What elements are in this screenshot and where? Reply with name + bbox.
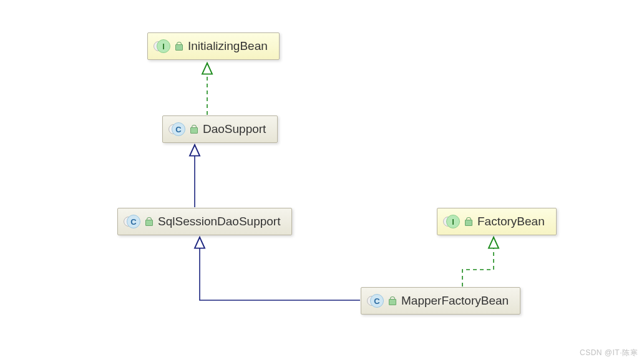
interface-icon: I — [155, 39, 169, 53]
lock-icon — [175, 42, 183, 51]
node-label: MapperFactoryBean — [401, 294, 509, 308]
node-factoryBean: I FactoryBean — [437, 208, 557, 235]
interface-icon: I — [445, 215, 459, 228]
node-label: InitializingBean — [188, 39, 268, 53]
lock-icon — [190, 125, 198, 134]
node-label: DaoSupport — [203, 122, 266, 136]
class-icon: C — [369, 294, 383, 308]
watermark: CSDN @IT·陈寒 — [580, 348, 638, 358]
class-icon: C — [170, 122, 184, 136]
edge-mapperFactoryBean-sqlSessionDaoSupport — [200, 237, 360, 300]
node-sqlSessionDaoSupport: C SqlSessionDaoSupport — [117, 208, 292, 235]
connector-layer — [0, 0, 644, 362]
node-mapperFactoryBean: C MapperFactoryBean — [361, 287, 520, 315]
edge-mapperFactoryBean-factoryBean — [462, 237, 494, 286]
node-label: FactoryBean — [477, 215, 545, 228]
node-initializingBean: I InitializingBean — [147, 32, 280, 60]
diagram-canvas: I InitializingBean C DaoSupport C SqlSes… — [0, 0, 644, 362]
node-daoSupport: C DaoSupport — [162, 115, 278, 143]
lock-icon — [145, 217, 153, 226]
lock-icon — [389, 296, 396, 305]
lock-icon — [465, 217, 472, 226]
class-icon: C — [125, 215, 139, 228]
node-label: SqlSessionDaoSupport — [158, 215, 280, 228]
